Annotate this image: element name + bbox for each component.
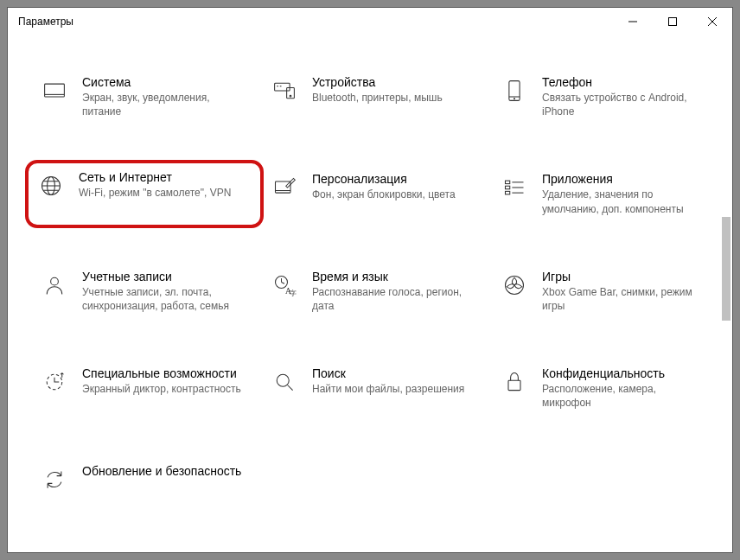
category-title: Конфиденциальность: [542, 366, 708, 380]
privacy-icon: [501, 368, 528, 396]
gaming-icon: [501, 271, 528, 299]
accounts-icon: [41, 271, 68, 299]
svg-rect-1: [669, 18, 677, 26]
svg-text:字: 字: [290, 290, 297, 297]
category-devices[interactable]: Устройства Bluetooth, принтеры, мышь: [264, 70, 485, 124]
svg-rect-22: [506, 187, 510, 190]
category-network[interactable]: Сеть и Интернет Wi-Fi, режим "в самолете…: [25, 160, 264, 227]
category-desc: Связать устройство с Android, iPhone: [542, 91, 708, 118]
category-title: Специальные возможности: [82, 366, 241, 380]
system-icon: [41, 77, 68, 105]
category-title: Учетные записи: [82, 270, 248, 283]
category-desc: Экран, звук, уведомления, питание: [82, 91, 248, 118]
category-title: Поиск: [312, 366, 464, 380]
category-desc: Фон, экран блокировки, цвета: [312, 188, 456, 201]
window-controls: [613, 8, 732, 35]
category-title: Игры: [542, 270, 708, 283]
apps-icon: [501, 174, 528, 201]
maximize-button[interactable]: [653, 8, 692, 35]
scrollbar[interactable]: [720, 217, 732, 552]
category-phone[interactable]: Телефон Связать устройство с Android, iP…: [494, 70, 715, 124]
category-desc: Xbox Game Bar, снимки, режим игры: [542, 285, 708, 313]
category-title: Сеть и Интернет: [79, 170, 231, 184]
category-search[interactable]: Поиск Найти мои файлы, разрешения: [264, 361, 485, 415]
svg-point-10: [290, 95, 291, 97]
phone-icon: [501, 77, 528, 105]
svg-rect-23: [506, 192, 510, 195]
category-update[interactable]: Обновление и безопасность: [34, 459, 255, 499]
category-desc: Расположение, камера, микрофон: [542, 382, 708, 410]
svg-rect-21: [506, 181, 510, 185]
category-title: Устройства: [312, 75, 443, 89]
category-personalization[interactable]: Персонализация Фон, экран блокировки, цв…: [264, 167, 485, 220]
accessibility-icon: [41, 368, 68, 396]
category-title: Система: [82, 75, 248, 89]
category-title: Приложения: [542, 172, 708, 186]
svg-rect-11: [509, 81, 520, 101]
category-accessibility[interactable]: Специальные возможности Экранный диктор,…: [34, 361, 255, 415]
svg-point-13: [514, 99, 514, 99]
devices-icon: [271, 77, 298, 105]
category-title: Время и язык: [312, 270, 478, 283]
svg-rect-6: [275, 83, 290, 91]
search-icon: [271, 368, 298, 396]
categories-grid: Система Экран, звук, уведомления, питани…: [34, 70, 715, 499]
category-desc: Распознавание голоса, регион, дата: [312, 285, 478, 313]
category-system[interactable]: Система Экран, звук, уведомления, питани…: [34, 70, 255, 124]
svg-rect-37: [508, 380, 520, 390]
svg-point-35: [277, 374, 289, 386]
titlebar: Параметры: [8, 8, 732, 35]
category-desc: Учетные записи, эл. почта, синхронизация…: [82, 285, 248, 313]
settings-window: Параметры Система Экран, звук, уведо: [7, 7, 733, 553]
category-desc: Bluetooth, принтеры, мышь: [312, 91, 443, 105]
category-desc: Экранный диктор, контрастность: [82, 382, 241, 396]
time-language-icon: A字: [271, 271, 298, 299]
minimize-button[interactable]: [613, 8, 653, 35]
category-desc: Найти мои файлы, разрешения: [312, 382, 464, 396]
category-apps[interactable]: Приложения Удаление, значения по умолчан…: [494, 167, 715, 220]
category-title: Телефон: [542, 75, 708, 89]
personalization-icon: [271, 174, 298, 201]
svg-point-27: [51, 277, 59, 285]
category-desc: Wi-Fi, режим "в самолете", VPN: [79, 186, 231, 200]
category-accounts[interactable]: Учетные записи Учетные записи, эл. почта…: [34, 264, 255, 318]
category-title: Персонализация: [312, 172, 456, 186]
category-gaming[interactable]: Игры Xbox Game Bar, снимки, режим игры: [494, 264, 715, 318]
content-area: Система Экран, звук, уведомления, питани…: [8, 35, 732, 552]
scrollbar-thumb[interactable]: [722, 217, 730, 321]
category-desc: Удаление, значения по умолчанию, доп. ко…: [542, 188, 708, 215]
category-privacy[interactable]: Конфиденциальность Расположение, камера,…: [494, 361, 715, 415]
window-title: Параметры: [18, 16, 73, 28]
category-title: Обновление и безопасность: [82, 464, 241, 478]
category-time-language[interactable]: A字 Время и язык Распознавание голоса, ре…: [264, 264, 485, 318]
update-icon: [41, 466, 68, 493]
close-button[interactable]: [692, 8, 732, 35]
network-icon: [37, 172, 65, 200]
svg-line-30: [282, 282, 285, 283]
svg-line-36: [288, 385, 293, 391]
